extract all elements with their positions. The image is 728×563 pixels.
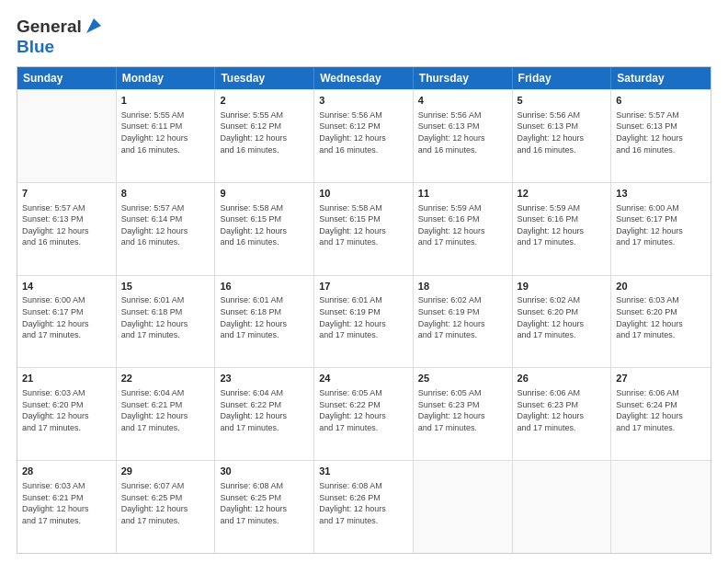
cal-cell: 22Sunrise: 6:04 AM Sunset: 6:21 PM Dayli… [117, 368, 216, 460]
cal-cell: 3Sunrise: 5:56 AM Sunset: 6:12 PM Daylig… [314, 90, 414, 182]
cal-cell: 23Sunrise: 6:04 AM Sunset: 6:22 PM Dayli… [215, 368, 314, 460]
header: General Blue [17, 17, 711, 57]
cal-cell: 4Sunrise: 5:56 AM Sunset: 6:13 PM Daylig… [414, 90, 513, 182]
cal-cell: 29Sunrise: 6:07 AM Sunset: 6:25 PM Dayli… [117, 461, 216, 553]
cal-week-3: 14Sunrise: 6:00 AM Sunset: 6:17 PM Dayli… [17, 275, 711, 368]
logo-blue-text: Blue [17, 37, 54, 56]
day-number: 15 [121, 280, 210, 293]
cell-info: Sunrise: 6:06 AM Sunset: 6:24 PM Dayligh… [616, 387, 706, 433]
cal-cell: 10Sunrise: 5:58 AM Sunset: 6:15 PM Dayli… [314, 183, 414, 275]
cal-cell: 13Sunrise: 6:00 AM Sunset: 6:17 PM Dayli… [611, 183, 711, 275]
day-number: 12 [518, 187, 607, 201]
day-number: 22 [121, 372, 210, 385]
day-number: 11 [418, 187, 507, 201]
cal-cell: 9Sunrise: 5:58 AM Sunset: 6:15 PM Daylig… [215, 183, 314, 275]
cal-cell: 26Sunrise: 6:06 AM Sunset: 6:23 PM Dayli… [513, 368, 612, 460]
cell-info: Sunrise: 6:03 AM Sunset: 6:20 PM Dayligh… [22, 387, 111, 433]
cal-cell: 18Sunrise: 6:02 AM Sunset: 6:19 PM Dayli… [414, 276, 513, 368]
cell-info: Sunrise: 5:58 AM Sunset: 6:15 PM Dayligh… [220, 202, 309, 248]
logo-icon [85, 17, 103, 35]
day-number: 28 [22, 465, 111, 478]
cell-info: Sunrise: 5:55 AM Sunset: 6:11 PM Dayligh… [121, 109, 210, 155]
cell-info: Sunrise: 6:02 AM Sunset: 6:19 PM Dayligh… [418, 294, 507, 340]
cal-cell: 31Sunrise: 6:08 AM Sunset: 6:26 PM Dayli… [314, 461, 414, 553]
cal-cell: 20Sunrise: 6:03 AM Sunset: 6:20 PM Dayli… [611, 276, 711, 368]
day-number: 3 [319, 94, 408, 108]
cell-info: Sunrise: 5:57 AM Sunset: 6:13 PM Dayligh… [22, 202, 111, 248]
svg-marker-0 [86, 18, 101, 33]
cal-cell: 6Sunrise: 5:57 AM Sunset: 6:13 PM Daylig… [611, 90, 711, 182]
day-number: 26 [518, 372, 607, 385]
cell-info: Sunrise: 6:07 AM Sunset: 6:25 PM Dayligh… [121, 480, 210, 526]
cell-info: Sunrise: 6:06 AM Sunset: 6:23 PM Dayligh… [518, 387, 607, 433]
cal-cell [17, 90, 117, 182]
cell-info: Sunrise: 5:56 AM Sunset: 6:13 PM Dayligh… [518, 109, 607, 155]
cal-cell: 5Sunrise: 5:56 AM Sunset: 6:13 PM Daylig… [513, 90, 612, 182]
cal-cell: 8Sunrise: 5:57 AM Sunset: 6:14 PM Daylig… [117, 183, 216, 275]
day-number: 21 [22, 372, 111, 385]
cell-info: Sunrise: 6:03 AM Sunset: 6:20 PM Dayligh… [616, 294, 706, 340]
day-number: 18 [418, 280, 507, 293]
calendar-body: 1Sunrise: 5:55 AM Sunset: 6:11 PM Daylig… [17, 89, 711, 553]
cell-info: Sunrise: 6:05 AM Sunset: 6:22 PM Dayligh… [319, 387, 408, 433]
cal-header-saturday: Saturday [611, 67, 711, 89]
cal-week-5: 28Sunrise: 6:03 AM Sunset: 6:21 PM Dayli… [17, 460, 711, 553]
cell-info: Sunrise: 6:01 AM Sunset: 6:18 PM Dayligh… [121, 294, 210, 340]
day-number: 20 [616, 280, 706, 293]
cal-cell: 16Sunrise: 6:01 AM Sunset: 6:18 PM Dayli… [215, 276, 314, 368]
day-number: 24 [319, 372, 408, 385]
cell-info: Sunrise: 5:56 AM Sunset: 6:12 PM Dayligh… [319, 109, 408, 155]
day-number: 19 [518, 280, 607, 293]
day-number: 4 [418, 94, 507, 108]
day-number: 14 [22, 280, 111, 293]
cell-info: Sunrise: 6:00 AM Sunset: 6:17 PM Dayligh… [616, 202, 706, 248]
day-number: 30 [220, 465, 309, 478]
page: General Blue SundayMondayTuesdayWednesda… [0, 0, 728, 563]
cell-info: Sunrise: 6:04 AM Sunset: 6:21 PM Dayligh… [121, 387, 210, 433]
cal-cell: 28Sunrise: 6:03 AM Sunset: 6:21 PM Dayli… [17, 461, 117, 553]
logo-general-text: General [17, 17, 82, 37]
cal-cell: 25Sunrise: 6:05 AM Sunset: 6:23 PM Dayli… [414, 368, 513, 460]
cal-cell: 2Sunrise: 5:55 AM Sunset: 6:12 PM Daylig… [215, 90, 314, 182]
cal-header-sunday: Sunday [17, 67, 117, 89]
cell-info: Sunrise: 6:08 AM Sunset: 6:25 PM Dayligh… [220, 480, 309, 526]
day-number: 2 [220, 94, 309, 108]
cell-info: Sunrise: 6:01 AM Sunset: 6:19 PM Dayligh… [319, 294, 408, 340]
calendar: SundayMondayTuesdayWednesdayThursdayFrid… [17, 66, 711, 554]
cell-info: Sunrise: 6:08 AM Sunset: 6:26 PM Dayligh… [319, 480, 408, 526]
calendar-header-row: SundayMondayTuesdayWednesdayThursdayFrid… [17, 67, 711, 89]
day-number: 10 [319, 187, 408, 201]
cell-info: Sunrise: 6:04 AM Sunset: 6:22 PM Dayligh… [220, 387, 309, 433]
day-number: 5 [518, 94, 607, 108]
cal-cell: 17Sunrise: 6:01 AM Sunset: 6:19 PM Dayli… [314, 276, 414, 368]
cal-cell [611, 461, 711, 553]
logo: General Blue [17, 17, 103, 57]
cal-header-wednesday: Wednesday [314, 67, 414, 89]
cal-cell: 1Sunrise: 5:55 AM Sunset: 6:11 PM Daylig… [117, 90, 216, 182]
cell-info: Sunrise: 5:57 AM Sunset: 6:13 PM Dayligh… [616, 109, 706, 155]
cal-cell: 19Sunrise: 6:02 AM Sunset: 6:20 PM Dayli… [513, 276, 612, 368]
cal-cell: 7Sunrise: 5:57 AM Sunset: 6:13 PM Daylig… [17, 183, 117, 275]
day-number: 6 [616, 94, 706, 108]
cell-info: Sunrise: 6:03 AM Sunset: 6:21 PM Dayligh… [22, 480, 111, 526]
cell-info: Sunrise: 5:59 AM Sunset: 6:16 PM Dayligh… [518, 202, 607, 248]
cal-cell: 27Sunrise: 6:06 AM Sunset: 6:24 PM Dayli… [611, 368, 711, 460]
cal-week-4: 21Sunrise: 6:03 AM Sunset: 6:20 PM Dayli… [17, 367, 711, 460]
cell-info: Sunrise: 6:02 AM Sunset: 6:20 PM Dayligh… [518, 294, 607, 340]
cal-cell: 15Sunrise: 6:01 AM Sunset: 6:18 PM Dayli… [117, 276, 216, 368]
cal-cell [513, 461, 612, 553]
cal-cell: 11Sunrise: 5:59 AM Sunset: 6:16 PM Dayli… [414, 183, 513, 275]
cell-info: Sunrise: 6:00 AM Sunset: 6:17 PM Dayligh… [22, 294, 111, 340]
day-number: 7 [22, 187, 111, 201]
cell-info: Sunrise: 5:56 AM Sunset: 6:13 PM Dayligh… [418, 109, 507, 155]
cal-cell: 14Sunrise: 6:00 AM Sunset: 6:17 PM Dayli… [17, 276, 117, 368]
day-number: 27 [616, 372, 706, 385]
day-number: 9 [220, 187, 309, 201]
cell-info: Sunrise: 5:57 AM Sunset: 6:14 PM Dayligh… [121, 202, 210, 248]
day-number: 17 [319, 280, 408, 293]
cell-info: Sunrise: 5:58 AM Sunset: 6:15 PM Dayligh… [319, 202, 408, 248]
day-number: 29 [121, 465, 210, 478]
cal-header-tuesday: Tuesday [215, 67, 314, 89]
cell-info: Sunrise: 5:59 AM Sunset: 6:16 PM Dayligh… [418, 202, 507, 248]
cal-cell [414, 461, 513, 553]
